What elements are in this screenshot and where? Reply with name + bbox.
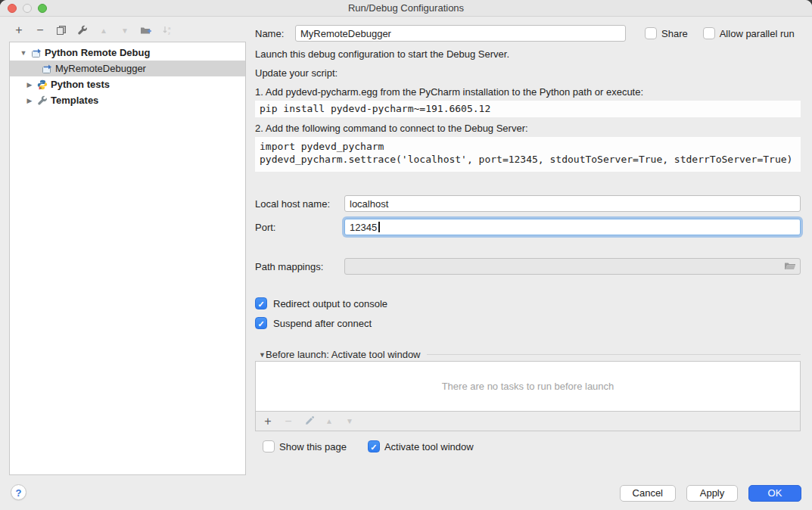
svg-text:a: a (168, 26, 171, 30)
ok-button[interactable]: OK (748, 485, 801, 502)
redirect-output-checkbox[interactable]: ✓ (255, 297, 267, 309)
port-input[interactable] (344, 219, 801, 235)
activate-tool-window-checkbox[interactable]: ✓ (368, 440, 380, 452)
traffic-lights (8, 4, 47, 13)
new-folder-icon[interactable] (138, 23, 154, 38)
move-task-down-button[interactable]: ▼ (342, 414, 357, 429)
tree-item-label: MyRemoteDebugger (55, 63, 146, 74)
copy-configuration-icon[interactable] (53, 23, 70, 38)
help-button[interactable]: ? (11, 484, 26, 500)
collapsed-chevron-icon[interactable]: ▶ (25, 97, 34, 104)
empty-tasks-text: There are no tasks to run before launch (442, 381, 614, 392)
allow-parallel-run-label: Allow parallel run (720, 28, 795, 39)
window-title: Run/Debug Configurations (0, 0, 812, 17)
activate-tool-window-item: ✓ Activate tool window (368, 440, 474, 452)
settrace-code-block: import pydevd_pycharmpydevd_pycharm.sett… (255, 137, 801, 172)
redirect-output-row: ✓ Redirect output to console (255, 297, 801, 309)
expanded-chevron-icon[interactable]: ▼ (19, 49, 28, 57)
step2-text: 2. Add the following command to connect … (255, 122, 801, 135)
run-debug-configurations-dialog: Run/Debug Configurations + − ▲ ▼ az ▼ Py… (0, 0, 812, 510)
intro-text: Launch this debug configuration to start… (255, 48, 801, 61)
before-launch-tasks-list[interactable]: There are no tasks to run before launch (255, 361, 801, 412)
port-input-focus-ring (344, 219, 801, 235)
configurations-toolbar: + − ▲ ▼ az (11, 23, 176, 38)
text-caret (378, 222, 380, 232)
pip-install-code-block: pip install pydevd-pycharm~=191.6605.12 (255, 101, 801, 117)
tree-item-label: Templates (51, 95, 98, 106)
close-button[interactable] (8, 4, 17, 13)
path-mappings-input[interactable] (344, 258, 801, 275)
templates-wrench-icon (37, 95, 48, 106)
add-configuration-button[interactable]: + (11, 23, 27, 38)
before-launch-title: Before launch: Activate tool window (266, 349, 421, 360)
show-this-page-item: Show this page (263, 440, 347, 452)
cancel-button[interactable]: Cancel (620, 485, 676, 502)
section-divider (427, 354, 801, 355)
step1-text: 1. Add pydevd-pycharm.egg from the PyCha… (255, 86, 801, 99)
tree-item-label: Python Remote Debug (45, 47, 150, 58)
title-bar: Run/Debug Configurations (0, 0, 812, 17)
local-host-name-label: Local host name: (255, 198, 344, 210)
tree-item-templates[interactable]: ▶ Templates (10, 92, 245, 108)
tree-item-myremotedebugger-selected[interactable]: MyRemoteDebugger (10, 61, 245, 76)
remote-debug-config-icon (31, 48, 42, 58)
remove-configuration-button[interactable]: − (32, 23, 48, 38)
edit-task-pencil-icon[interactable] (301, 414, 316, 429)
show-this-page-checkbox[interactable] (263, 440, 275, 452)
apply-button[interactable]: Apply (686, 485, 738, 502)
code-line-settrace: pydevd_pycharm.settrace('localhost', por… (260, 153, 796, 166)
share-label: Share (661, 28, 688, 39)
share-checkbox[interactable] (645, 27, 657, 39)
tree-item-python-remote-debug[interactable]: ▼ Python Remote Debug (10, 45, 245, 61)
configuration-editor: Name: Share Allow parallel run Launch th… (255, 21, 801, 452)
show-this-page-label: Show this page (279, 441, 347, 452)
python-tests-icon (37, 79, 48, 90)
minimize-button[interactable] (23, 4, 32, 13)
browse-folder-icon[interactable] (784, 261, 796, 272)
path-mappings-label: Path mappings: (255, 261, 344, 272)
edit-defaults-wrench-icon[interactable] (74, 23, 91, 38)
move-up-button[interactable]: ▲ (95, 23, 112, 38)
tree-item-label: Python tests (51, 79, 110, 90)
zoom-button[interactable] (38, 4, 47, 13)
move-task-up-button[interactable]: ▲ (322, 414, 337, 429)
port-label: Port: (255, 222, 344, 233)
move-down-button[interactable]: ▼ (117, 23, 133, 38)
code-line-import: import pydevd_pycharm (260, 140, 796, 153)
suspend-after-connect-checkbox[interactable]: ✓ (255, 317, 267, 329)
local-host-name-input[interactable] (344, 195, 801, 212)
collapsed-chevron-icon[interactable]: ▶ (25, 81, 34, 89)
dialog-footer: ? Cancel Apply OK (0, 475, 812, 510)
before-launch-toolbar: + − ▲ ▼ (255, 412, 801, 431)
redirect-output-label: Redirect output to console (273, 298, 387, 309)
activate-tool-window-label: Activate tool window (384, 441, 474, 452)
share-checkbox-item: Share (645, 27, 688, 39)
tree-item-python-tests[interactable]: ▶ Python tests (10, 76, 245, 92)
add-task-button[interactable]: + (260, 414, 275, 429)
section-collapse-icon[interactable]: ▼ (255, 351, 266, 359)
svg-text:z: z (168, 31, 170, 36)
before-launch-section-header[interactable]: ▼ Before launch: Activate tool window (255, 349, 801, 360)
remove-task-button[interactable]: − (281, 414, 296, 429)
update-script-text: Update your script: (255, 67, 801, 80)
allow-parallel-run-checkbox-item: Allow parallel run (703, 27, 795, 39)
suspend-after-connect-label: Suspend after connect (273, 318, 372, 329)
remote-debug-config-icon (42, 64, 52, 74)
allow-parallel-run-checkbox[interactable] (703, 27, 715, 39)
sort-alphabetically-icon[interactable]: az (159, 23, 176, 38)
name-input[interactable] (295, 25, 626, 42)
suspend-after-connect-row: ✓ Suspend after connect (255, 317, 801, 329)
configurations-tree: ▼ Python Remote Debug MyRemoteDebugger ▶… (9, 42, 246, 475)
name-label: Name: (255, 28, 295, 39)
